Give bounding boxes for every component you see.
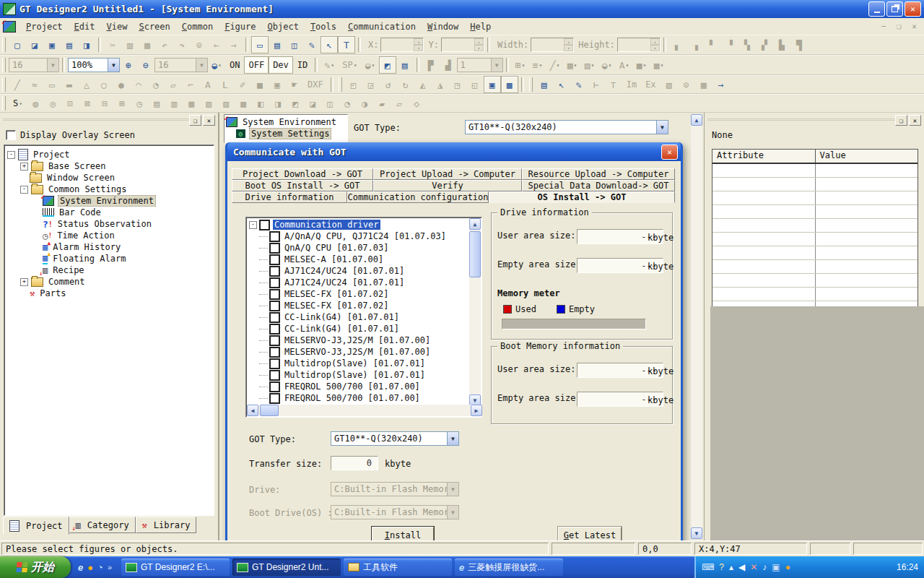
frame-color-icon[interactable]: ▨▾	[581, 56, 598, 74]
help-tray-icon[interactable]: ?	[719, 562, 724, 572]
same-width-icon[interactable]: ▙	[773, 36, 790, 53]
toolbar-grip[interactable]	[2, 38, 6, 52]
scale-icon[interactable]: ▱	[165, 76, 182, 93]
line-style-icon[interactable]: ≡▾	[529, 56, 546, 74]
environment-icon[interactable]: ▧	[661, 76, 678, 93]
status-monitor-icon[interactable]: ◇	[408, 95, 425, 112]
driver-checkbox[interactable]	[269, 370, 280, 381]
library-view-icon[interactable]: ◩	[379, 56, 396, 74]
new-screen-icon[interactable]: ▤	[61, 36, 78, 53]
display-tray-icon[interactable]: ▣	[772, 562, 780, 572]
volume-tray-icon[interactable]: ♪	[762, 562, 767, 572]
list-horizontal-scrollbar[interactable]: ◀ ▶	[247, 405, 482, 416]
scroll-right-icon[interactable]: ▶	[471, 405, 482, 416]
driver-item[interactable]: Multidrop(Slave) [01.07.01]	[246, 358, 470, 369]
pen-color-icon[interactable]: ✎▾	[321, 56, 338, 74]
menu-tools[interactable]: Tools	[305, 20, 342, 33]
panel-drag-handle[interactable]	[3, 118, 189, 127]
y-input[interactable]: ▴▾	[441, 38, 484, 52]
driver-item[interactable]: FREQROL 500/700 [01.07.00]	[246, 392, 470, 404]
send-back-icon[interactable]: ▟	[440, 56, 457, 74]
parts-movement-icon[interactable]: ▰	[373, 95, 391, 112]
sector-icon[interactable]: ◔	[147, 76, 165, 93]
driver-item[interactable]: FREQROL 500/700 [01.07.00]	[246, 381, 470, 392]
mdi-window-buttons[interactable]: − ❏ ✕	[881, 22, 920, 31]
line-icon[interactable]: ╱	[9, 76, 26, 93]
sp-button[interactable]: SP▾	[338, 56, 361, 74]
ascii-display-icon[interactable]: ⊠	[79, 95, 96, 112]
open-icon[interactable]: ◪	[26, 36, 43, 53]
panel-drag-handle[interactable]	[707, 118, 895, 127]
tab-resource-upload-computer[interactable]: Resource Upload -> Computer	[522, 168, 675, 180]
got-type-combo[interactable]: GT10**-Q(320x240)▼	[331, 431, 459, 446]
flip-h-icon[interactable]: ◭	[414, 76, 432, 93]
height-input[interactable]: ▴▾	[617, 38, 661, 52]
tab-verify[interactable]: Verify	[373, 180, 522, 191]
tree-item-floating-alarm[interactable]: Floating Alarm	[6, 253, 212, 264]
text-size-combo[interactable]: 16▼	[154, 58, 208, 72]
logo-icon[interactable]: L	[217, 76, 234, 93]
bit-lamp-icon[interactable]: ◍	[27, 95, 44, 112]
tree-item-status-observation[interactable]: Status Observation	[6, 218, 212, 230]
driver-checkbox[interactable]	[259, 220, 270, 230]
internet-explorer-icon[interactable]: e	[78, 562, 83, 573]
paint-icon[interactable]: ✐	[234, 76, 251, 93]
filled-circle-icon[interactable]: ●	[113, 76, 130, 93]
driver-item[interactable]: CC-Link(G4) [01.07.01]	[246, 311, 470, 323]
polyline-icon[interactable]: ≈	[26, 76, 43, 93]
driver-checkbox[interactable]	[269, 335, 280, 346]
select-cursor-icon[interactable]: ↖	[321, 36, 338, 53]
font-size-combo[interactable]: 16▼	[9, 58, 59, 72]
tree-expand-icon[interactable]: +	[20, 163, 28, 171]
background-color-icon[interactable]: ◒▾	[598, 56, 616, 74]
driver-checkbox[interactable]	[269, 289, 280, 300]
driver-item[interactable]: MELSEC-A [01.07.00]	[246, 254, 470, 265]
data-view-icon[interactable]: ▤	[396, 56, 414, 74]
trend-graph-icon[interactable]: ◧	[252, 95, 269, 112]
tree-expand-icon[interactable]: -	[7, 151, 15, 159]
scatter-graph-icon[interactable]: ◪	[304, 95, 321, 112]
driver-checkbox[interactable]	[269, 254, 280, 265]
driver-checkbox[interactable]	[269, 231, 280, 242]
tree-expand-icon[interactable]: -	[20, 186, 28, 194]
panel-float-button[interactable]: ❏	[895, 115, 907, 126]
statistics-graph-icon[interactable]: ◩	[287, 95, 304, 112]
undo-icon[interactable]: ↶	[156, 36, 173, 53]
tab-project-download-got[interactable]: Project Download -> GOT	[232, 168, 373, 180]
panel-float-button[interactable]: ❏	[189, 115, 201, 126]
line-width-icon[interactable]: ╱▾	[546, 56, 564, 74]
driver-item[interactable]: AJ71C24/UC24 [01.07.01]	[246, 265, 470, 277]
next-screen-icon[interactable]: →	[225, 36, 243, 53]
menu-window[interactable]: Window	[422, 20, 464, 33]
display-overlay-checkbox[interactable]	[6, 130, 16, 140]
find-icon[interactable]: ⊙	[191, 36, 208, 53]
search-icon[interactable]: ⊙	[678, 76, 695, 93]
quick-launch-more-button[interactable]: »	[108, 563, 112, 571]
driver-item[interactable]: AJ71C24/UC24 [01.07.01]	[246, 277, 470, 288]
edit-vertex-icon[interactable]: ◱	[466, 76, 484, 93]
tab-communication-configuration[interactable]: Communication configuration	[347, 191, 489, 203]
tree-item-common-settings[interactable]: -Common Settings	[6, 184, 212, 195]
scroll-up-icon[interactable]: ▲	[469, 218, 481, 230]
hand-icon[interactable]: ☛	[286, 76, 303, 93]
object-snap-icon[interactable]: ▩	[501, 76, 518, 93]
x-input[interactable]: ▴▾	[380, 38, 424, 52]
tree-item-recipe[interactable]: Recipe	[6, 264, 212, 276]
preview-icon[interactable]: ◫	[286, 36, 303, 53]
driver-root-item[interactable]: -Communication driver	[246, 219, 470, 230]
layer-combo[interactable]: 1▼	[457, 58, 503, 72]
doc-tree-item[interactable]: System Environment	[241, 117, 338, 127]
numerical-input-icon[interactable]: ⊟	[96, 95, 113, 112]
shape-fill-icon[interactable]: ◒▾	[362, 56, 379, 74]
tree-item-window-screen[interactable]: Window Screen	[6, 172, 212, 184]
driver-item[interactable]: Multidrop(Slave) [01.07.01]	[246, 369, 470, 381]
scroll-down-icon[interactable]: ▼	[691, 527, 702, 539]
report-icon[interactable]: ▤	[536, 76, 553, 93]
toolbar-grip[interactable]	[2, 77, 6, 92]
panel-close-button[interactable]: ✕	[909, 115, 921, 126]
group-icon[interactable]: ◰	[345, 76, 362, 93]
menu-object[interactable]: Object	[262, 20, 305, 33]
collapse-tray-icon[interactable]: ▴	[729, 562, 733, 572]
driver-checkbox[interactable]	[269, 393, 280, 404]
menu-edit[interactable]: Edit	[69, 20, 101, 33]
